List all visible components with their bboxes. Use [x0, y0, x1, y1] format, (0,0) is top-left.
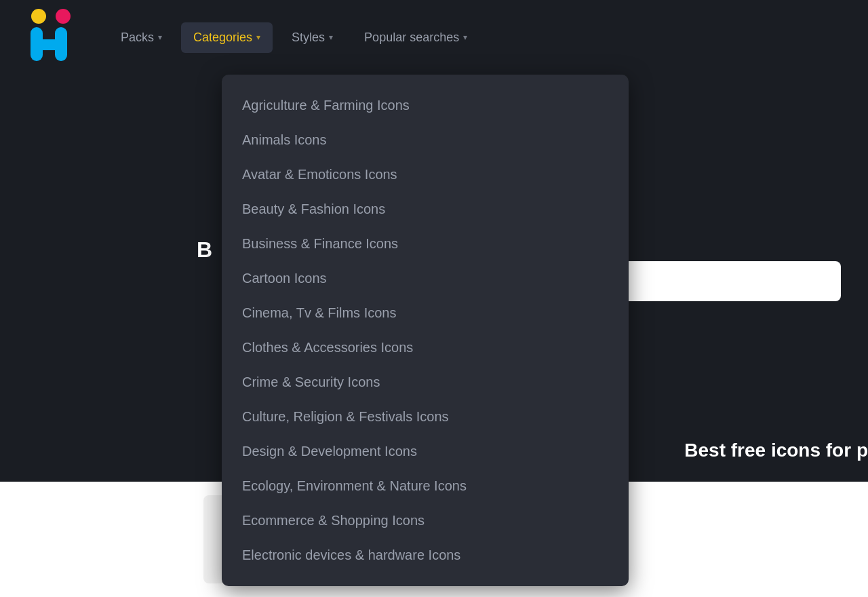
- packs-label: Packs: [121, 31, 154, 45]
- category-agriculture[interactable]: Agriculture & Farming Icons: [222, 88, 629, 123]
- category-ecology[interactable]: Ecology, Environment & Nature Icons: [222, 469, 629, 503]
- category-cartoon[interactable]: Cartoon Icons: [222, 261, 629, 296]
- category-animals[interactable]: Animals Icons: [222, 123, 629, 157]
- svg-point-1: [56, 9, 71, 24]
- packs-chevron-icon: ▾: [158, 33, 162, 42]
- best-free-text: Best free icons for p: [684, 440, 868, 461]
- categories-chevron-icon: ▾: [256, 33, 260, 42]
- styles-chevron-icon: ▾: [329, 33, 333, 42]
- category-beauty-fashion[interactable]: Beauty & Fashion Icons: [222, 192, 629, 227]
- categories-label: Categories: [193, 31, 252, 45]
- svg-rect-4: [31, 39, 67, 50]
- category-clothes[interactable]: Clothes & Accessories Icons: [222, 330, 629, 365]
- popular-searches-label: Popular searches: [364, 31, 459, 45]
- nav-styles[interactable]: Styles ▾: [279, 22, 345, 53]
- category-cinema[interactable]: Cinema, Tv & Films Icons: [222, 296, 629, 330]
- styles-label: Styles: [292, 31, 325, 45]
- left-partial-text: B: [197, 237, 212, 263]
- category-culture[interactable]: Culture, Religion & Festivals Icons: [222, 400, 629, 434]
- svg-point-0: [31, 9, 46, 24]
- nav-popular-searches[interactable]: Popular searches ▾: [352, 22, 479, 53]
- category-electronic[interactable]: Electronic devices & hardware Icons: [222, 538, 629, 573]
- category-ecommerce[interactable]: Ecommerce & Shopping Icons: [222, 503, 629, 538]
- navbar: Packs ▾ Categories ▾ Styles ▾ Popular se…: [0, 0, 868, 75]
- nav-items: Packs ▾ Categories ▾ Styles ▾ Popular se…: [108, 22, 479, 53]
- category-design[interactable]: Design & Development Icons: [222, 434, 629, 469]
- category-business-finance[interactable]: Business & Finance Icons: [222, 227, 629, 261]
- nav-packs[interactable]: Packs ▾: [108, 22, 174, 53]
- categories-dropdown: Agriculture & Farming Icons Animals Icon…: [222, 75, 629, 586]
- popular-searches-chevron-icon: ▾: [463, 33, 467, 42]
- nav-categories[interactable]: Categories ▾: [181, 22, 273, 53]
- category-crime-security[interactable]: Crime & Security Icons: [222, 365, 629, 400]
- logo[interactable]: [14, 0, 95, 75]
- category-avatar[interactable]: Avatar & Emoticons Icons: [222, 157, 629, 192]
